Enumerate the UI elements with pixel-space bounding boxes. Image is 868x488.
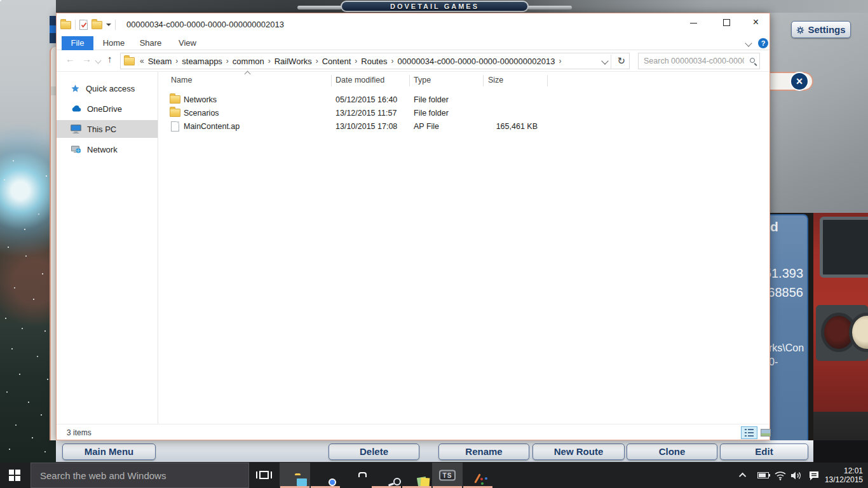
thumbnail-view-button[interactable] [758,427,773,438]
task-view-icon-bracket [256,471,257,478]
new-folder-icon[interactable] [92,21,102,29]
forward-icon[interactable]: → [82,53,92,64]
refresh-icon[interactable]: ↻ [617,55,625,67]
task-view-button[interactable] [253,463,276,488]
breadcrumb-chevron-icon[interactable]: › [225,57,230,65]
file-row-networks[interactable]: Networks 05/12/2015 16:40 File folder [162,93,766,107]
volume-icon[interactable] [790,471,803,480]
breadcrumb-chevron-icon[interactable]: › [267,57,272,65]
train-simulator-icon: TS [439,470,456,481]
action-center-icon[interactable] [808,471,820,481]
file-explorer-window: 00000034-c000-0000-0000-000000002013 × F… [56,13,770,440]
gear-icon [796,23,804,39]
status-bar: 3 items [57,424,770,440]
clone-button[interactable]: Clone [627,444,717,460]
breadcrumb-common[interactable]: common [230,57,267,66]
qat-separator [75,20,76,30]
edit-button[interactable]: Edit [720,444,808,460]
main-menu-button[interactable]: Main Menu [62,444,156,460]
back-icon[interactable]: ← [65,53,75,64]
breadcrumb-chevron-icon[interactable]: › [557,57,562,65]
breadcrumb-chevron-icon[interactable]: › [390,57,395,65]
taskbar-train-simulator[interactable]: TS [432,463,463,488]
qat-separator [115,20,116,30]
train-windshield [820,217,868,278]
taskbar-store[interactable] [341,463,371,488]
tab-view[interactable]: View [170,36,205,50]
taskbar-file-explorer[interactable] [280,463,310,488]
quick-access-toolbar [60,19,116,30]
taskbar-paint[interactable] [463,463,493,488]
file-icon [171,121,179,132]
up-icon[interactable]: ↑ [107,53,112,64]
ribbon-expand-icon[interactable] [745,39,752,46]
column-separator[interactable] [331,75,332,86]
recent-locations-icon[interactable] [95,58,102,64]
sidebar-item-label: OneDrive [87,104,122,114]
column-separator[interactable] [547,75,548,86]
rename-button[interactable]: Rename [438,444,529,460]
column-header-type[interactable]: Type [414,76,431,85]
breadcrumb-railworks[interactable]: RailWorks [272,57,315,66]
properties-icon[interactable] [79,20,88,30]
address-dropdown-icon[interactable] [601,57,608,64]
breadcrumb-chevron-icon[interactable]: › [353,57,358,65]
new-route-button[interactable]: New Route [532,444,625,460]
file-type: File folder [414,95,449,104]
details-view-button[interactable] [742,427,757,438]
wifi-icon[interactable] [774,471,787,480]
start-button[interactable] [0,463,31,488]
breadcrumb-content[interactable]: Content [320,57,354,66]
tab-share[interactable]: Share [133,36,168,50]
game-close-button[interactable]: × [790,72,809,91]
file-row-scenarios[interactable]: Scenarios 13/12/2015 11:57 File folder [162,107,766,120]
window-title: 00000034-c000-0000-0000-000000002013 [126,20,284,29]
taskbar-chrome[interactable] [310,463,341,488]
sidebar-item-onedrive[interactable]: OneDrive [57,100,158,118]
file-name: Scenarios [184,109,219,118]
column-header-size[interactable]: Size [488,76,503,85]
file-date: 13/10/2015 17:08 [336,122,397,131]
tab-file[interactable]: File [62,36,93,50]
battery-icon[interactable] [757,472,769,478]
tray-expand-icon[interactable] [739,473,746,480]
title-bar[interactable]: 00000034-c000-0000-0000-000000002013 × [57,13,770,36]
minimize-button[interactable] [679,13,708,32]
breadcrumb-chevron-icon[interactable]: › [174,57,179,65]
search-input[interactable] [639,53,759,69]
sidebar-item-quick-access[interactable]: Quick access [57,79,158,97]
game-list-panel-band [51,86,56,95]
taskbar-steam[interactable] [371,463,402,488]
sidebar-item-network[interactable]: Network [57,140,158,158]
column-header-date-modified[interactable]: Date modified [336,76,384,85]
breadcrumb-route-guid[interactable]: 00000034-c000-0000-0000-000000002013 [395,57,557,66]
file-row-maincontent[interactable]: MainContent.ap 13/10/2015 17:08 AP File … [162,120,766,133]
tab-home[interactable]: Home [96,36,132,50]
breadcrumb-overflow[interactable]: « [139,57,146,65]
column-separator[interactable] [483,75,484,86]
search-icon[interactable] [750,58,755,63]
breadcrumb-routes[interactable]: Routes [358,57,390,66]
delete-button[interactable]: Delete [329,444,419,460]
taskbar-sticky-notes[interactable] [402,463,432,488]
minimize-icon [690,23,697,24]
column-header-name[interactable]: Name [171,76,192,85]
breadcrumb-steam[interactable]: Steam [146,57,175,66]
taskbar-clock[interactable]: 12:01 13/12/2015 [824,466,863,484]
column-separator[interactable] [409,75,410,86]
sidebar-item-this-pc[interactable]: This PC [57,120,158,138]
taskbar-search-input[interactable] [31,463,248,487]
sidebar-item-label: Network [87,145,118,154]
maximize-button[interactable] [712,13,741,32]
settings-button[interactable]: Settings [791,21,851,38]
address-bar[interactable]: « Steam› steamapps› common› RailWorks› C… [120,53,630,69]
breadcrumb-chevron-icon[interactable]: › [315,57,320,65]
help-icon[interactable]: ? [758,38,768,48]
sidebar-item-label: This PC [87,125,116,134]
breadcrumb-steamapps[interactable]: steamapps [179,57,225,66]
close-button[interactable]: × [742,13,770,32]
sort-ascending-icon[interactable] [245,71,251,78]
address-folder-icon [124,57,135,65]
thumbnail-view-icon [761,429,771,437]
qat-customize-caret-icon[interactable] [106,24,111,29]
